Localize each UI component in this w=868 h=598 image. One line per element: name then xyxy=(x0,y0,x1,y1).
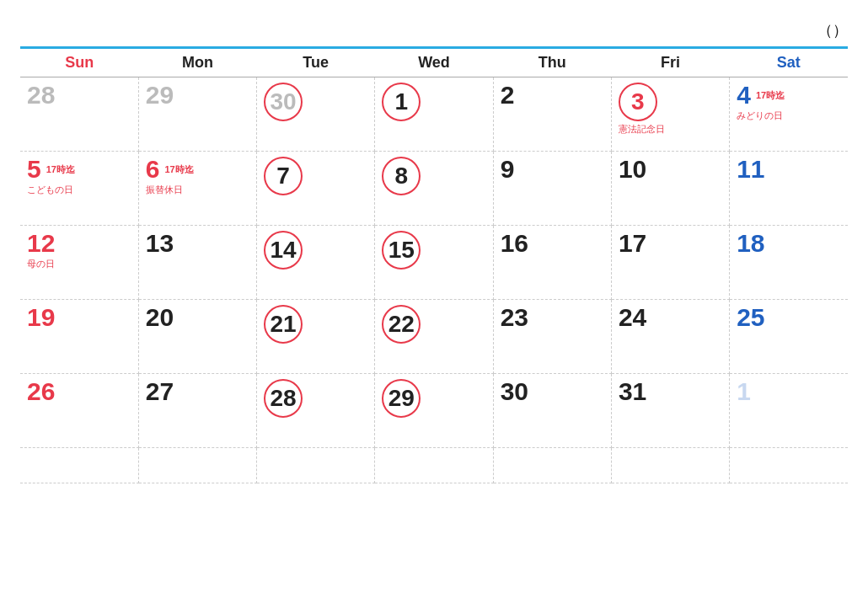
empty-cell xyxy=(20,448,138,483)
day-number: 19 xyxy=(27,305,55,330)
day-number: 5 xyxy=(27,157,41,182)
calendar-day-cell: 28 xyxy=(257,374,375,448)
calendar-day-cell: 1 xyxy=(375,77,493,152)
time-label: 17時迄 xyxy=(164,163,193,176)
calendar-day-cell: 8 xyxy=(375,152,493,226)
calendar-week-row: 12母の日131415161718 xyxy=(20,226,848,300)
day-number: 24 xyxy=(619,305,646,330)
year-jp: （） xyxy=(817,22,848,39)
calendar-day-cell: 26 xyxy=(20,374,138,448)
calendar-day-cell: 27 xyxy=(138,374,256,448)
circled-day-number: 15 xyxy=(382,231,421,270)
calendar-day-cell: 29 xyxy=(138,77,256,152)
year-label: （） xyxy=(817,15,848,41)
calendar-day-cell: 18 xyxy=(730,226,848,300)
circled-day-number: 8 xyxy=(382,157,421,195)
day-number: 12 xyxy=(27,231,55,256)
calendar-day-cell: 24 xyxy=(611,300,729,374)
empty-cell xyxy=(730,448,848,483)
time-label: 17時迄 xyxy=(756,89,785,102)
day-number: 30 xyxy=(501,379,528,404)
day-number: 25 xyxy=(737,305,764,330)
th-sat: Sat xyxy=(730,49,848,77)
day-number: 13 xyxy=(146,231,174,256)
day-number: 9 xyxy=(501,157,515,182)
circled-day-number: 3 xyxy=(619,83,657,121)
calendar-week-row: 2627282930311 xyxy=(20,374,848,448)
calendar-day-cell: 417時迄みどりの日 xyxy=(730,77,848,152)
holiday-label: 振替休日 xyxy=(146,184,249,195)
calendar-day-cell: 17 xyxy=(611,226,729,300)
calendar-day-cell: 15 xyxy=(375,226,493,300)
calendar-day-cell: 517時迄こどもの日 xyxy=(20,152,138,226)
weekday-header-row: Sun Mon Tue Wed Thu Fri Sat xyxy=(20,49,848,77)
empty-cell xyxy=(138,448,256,483)
time-label: 17時迄 xyxy=(46,163,75,176)
calendar-week-row: 19202122232425 xyxy=(20,300,848,374)
day-number: 23 xyxy=(501,305,528,330)
calendar-day-cell: 31 xyxy=(611,374,729,448)
empty-cell xyxy=(257,448,375,483)
calendar-header: （） xyxy=(20,15,848,41)
calendar-day-cell: 25 xyxy=(730,300,848,374)
empty-cell xyxy=(611,448,729,483)
day-number: 27 xyxy=(146,379,174,404)
day-number: 17 xyxy=(619,231,646,256)
calendar-page: （） Sun Mon Tue Wed Thu Fri Sat 282930123… xyxy=(0,0,868,598)
calendar-day-cell: 1 xyxy=(730,374,848,448)
empty-cell xyxy=(493,448,611,483)
circled-day-number: 29 xyxy=(382,379,421,418)
day-number: 11 xyxy=(737,157,764,182)
day-number: 28 xyxy=(27,83,55,108)
calendar-day-cell: 7 xyxy=(257,152,375,226)
calendar-day-cell: 21 xyxy=(257,300,375,374)
calendar-grid: Sun Mon Tue Wed Thu Fri Sat 282930123憲法記… xyxy=(20,49,848,483)
day-number: 31 xyxy=(619,379,646,404)
holiday-label: 母の日 xyxy=(27,258,131,270)
day-number: 16 xyxy=(501,231,528,256)
circled-day-number: 7 xyxy=(264,157,303,195)
empty-row xyxy=(20,448,848,483)
day-number: 4 xyxy=(737,83,751,108)
circled-day-number: 1 xyxy=(382,83,421,121)
calendar-day-cell: 9 xyxy=(493,152,611,226)
day-number: 26 xyxy=(27,379,55,404)
calendar-day-cell: 10 xyxy=(611,152,729,226)
calendar-day-cell: 19 xyxy=(20,300,138,374)
calendar-week-row: 517時迄こどもの日617時迄振替休日7891011 xyxy=(20,152,848,226)
day-number: 1 xyxy=(737,379,751,404)
empty-cell xyxy=(375,448,493,483)
calendar-day-cell: 22 xyxy=(375,300,493,374)
day-number: 2 xyxy=(501,83,515,108)
th-mon: Mon xyxy=(138,49,256,77)
circled-day-number: 14 xyxy=(264,231,303,270)
calendar-day-cell: 11 xyxy=(730,152,848,226)
calendar-day-cell: 2 xyxy=(493,77,611,152)
th-fri: Fri xyxy=(611,49,729,77)
circled-day-number: 30 xyxy=(264,83,303,121)
holiday-label: みどりの日 xyxy=(737,109,841,121)
calendar-day-cell: 20 xyxy=(138,300,256,374)
th-tue: Tue xyxy=(257,49,375,77)
holiday-label: こどもの日 xyxy=(27,184,131,195)
calendar-day-cell: 29 xyxy=(375,374,493,448)
calendar-day-cell: 30 xyxy=(493,374,611,448)
calendar-day-cell: 16 xyxy=(493,226,611,300)
circled-day-number: 21 xyxy=(264,305,303,344)
calendar-day-cell: 30 xyxy=(257,77,375,152)
circled-day-number: 22 xyxy=(382,305,421,344)
th-wed: Wed xyxy=(375,49,493,77)
calendar-day-cell: 617時迄振替休日 xyxy=(138,152,256,226)
th-thu: Thu xyxy=(493,49,611,77)
day-number: 18 xyxy=(737,231,764,256)
calendar-week-row: 282930123憲法記念日417時迄みどりの日 xyxy=(20,77,848,152)
calendar-day-cell: 23 xyxy=(493,300,611,374)
circled-day-number: 28 xyxy=(264,379,303,418)
day-number: 29 xyxy=(146,83,174,108)
calendar-day-cell: 28 xyxy=(20,77,138,152)
day-number: 20 xyxy=(146,305,174,330)
day-number: 6 xyxy=(146,157,160,182)
calendar-day-cell: 13 xyxy=(138,226,256,300)
th-sun: Sun xyxy=(20,49,138,77)
calendar-day-cell: 12母の日 xyxy=(20,226,138,300)
